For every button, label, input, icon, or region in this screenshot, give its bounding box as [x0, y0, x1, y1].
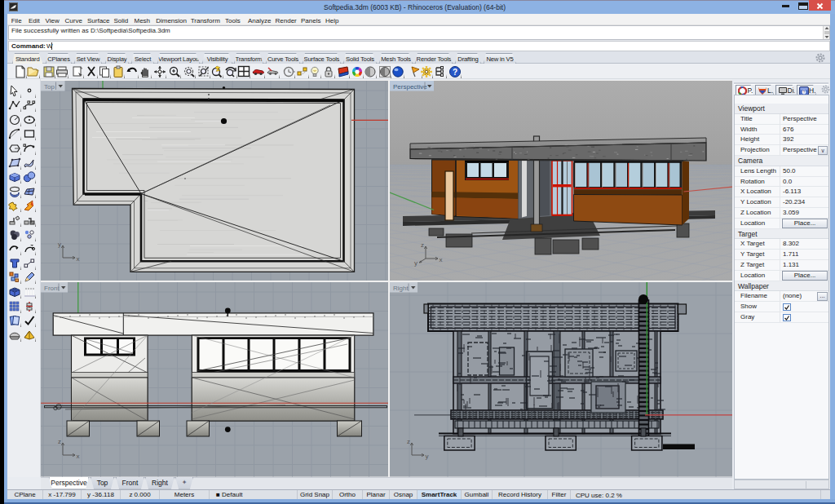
- svg-text:x: x: [439, 256, 442, 263]
- svg-text:Right: Right: [393, 285, 409, 292]
- svg-text:y: y: [414, 259, 418, 267]
- svg-text:?: ?: [452, 68, 457, 77]
- svg-text:x: x: [76, 255, 79, 263]
- svg-text:z: z: [407, 438, 410, 445]
- svg-text:Top: Top: [44, 83, 55, 91]
- svg-text:z: z: [421, 241, 424, 249]
- svg-text:y: y: [58, 241, 61, 248]
- svg-text:Front: Front: [44, 285, 60, 292]
- svg-text:Perspective: Perspective: [393, 83, 427, 91]
- svg-text:z: z: [58, 438, 61, 445]
- svg-text:x: x: [76, 453, 79, 460]
- svg-text:y: y: [425, 453, 428, 460]
